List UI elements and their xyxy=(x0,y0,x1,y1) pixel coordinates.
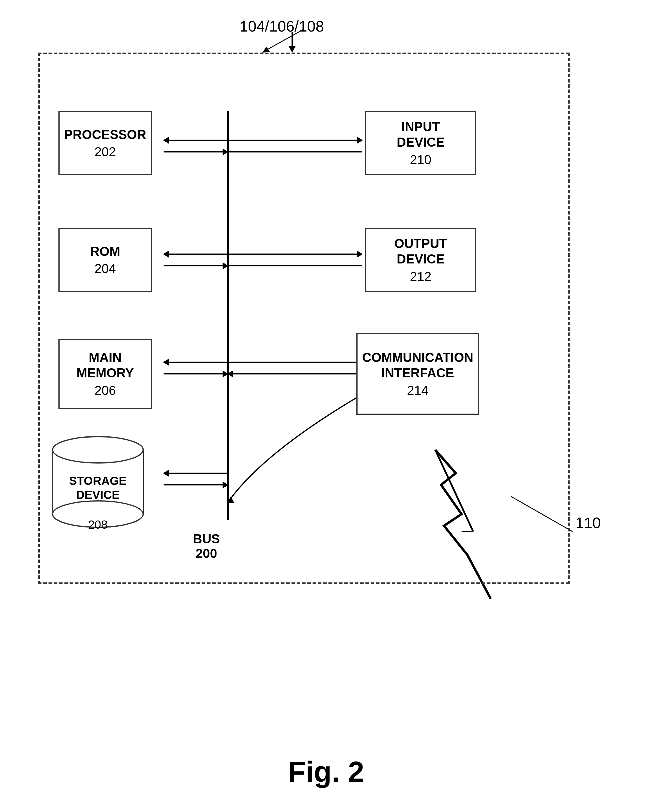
svg-text:DEVICE: DEVICE xyxy=(76,488,120,501)
output-device-number: 212 xyxy=(410,269,431,284)
rom-box: ROM 204 xyxy=(58,228,152,292)
svg-marker-1 xyxy=(289,46,296,53)
main-memory-box: MAINMEMORY 206 xyxy=(58,339,152,409)
svg-marker-33 xyxy=(262,47,270,53)
processor-box: PROCESSOR 202 xyxy=(58,111,152,175)
comm-interface-number: 214 xyxy=(407,383,428,398)
processor-number: 202 xyxy=(94,145,116,159)
reference-label-top: 104/106/108 xyxy=(240,18,324,35)
svg-text:208: 208 xyxy=(88,518,108,531)
rom-label: ROM xyxy=(90,244,121,259)
reference-110: 110 xyxy=(576,514,601,531)
storage-device-cylinder: STORAGE DEVICE 208 xyxy=(51,435,145,534)
cylinder-svg: STORAGE DEVICE 208 xyxy=(51,435,145,534)
rom-number: 204 xyxy=(94,261,116,276)
figure-label: Fig. 2 xyxy=(288,755,364,789)
comm-interface-box: COMMUNICATIONINTERFACE 214 xyxy=(356,333,479,415)
bus-label: BUS 200 xyxy=(193,531,220,561)
page: 104/106/108 PROCESSOR 202 INPUTDEVICE 21… xyxy=(0,0,652,812)
output-device-box: OUTPUTDEVICE 212 xyxy=(365,228,476,292)
input-device-number: 210 xyxy=(410,153,431,167)
main-memory-number: 206 xyxy=(94,383,116,398)
input-device-box: INPUTDEVICE 210 xyxy=(365,111,476,175)
output-device-label: OUTPUTDEVICE xyxy=(394,236,447,267)
svg-text:STORAGE: STORAGE xyxy=(69,474,127,487)
comm-interface-label: COMMUNICATIONINTERFACE xyxy=(362,350,473,381)
svg-point-40 xyxy=(53,437,143,463)
input-device-label: INPUTDEVICE xyxy=(397,119,444,150)
processor-label: PROCESSOR xyxy=(64,127,146,142)
main-memory-label: MAINMEMORY xyxy=(76,350,134,381)
